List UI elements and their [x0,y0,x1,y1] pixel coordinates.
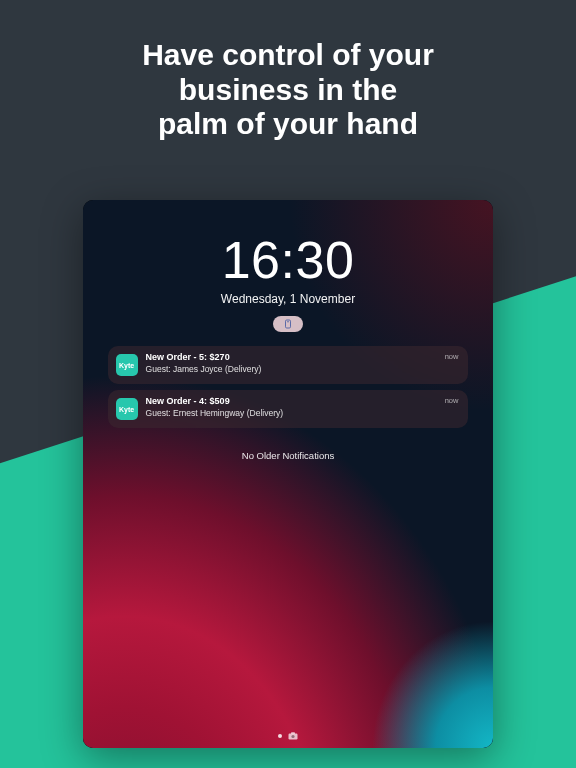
device-frame: 16:30 Wednesday, 1 November Kyte New Ord… [83,200,493,748]
notification-stack: Kyte New Order - 5: $270 Guest: James Jo… [108,346,469,428]
app-icon: Kyte [116,398,138,420]
page-dot-icon [278,734,282,738]
marketing-headline: Have control of your business in the pal… [0,38,576,142]
notification-subtitle: Guest: James Joyce (Delivery) [146,364,461,375]
svg-rect-1 [287,321,289,322]
lock-screen[interactable]: 16:30 Wednesday, 1 November Kyte New Ord… [83,200,493,748]
app-icon: Kyte [116,354,138,376]
focus-icon [284,319,292,329]
notification-time: now [445,352,459,361]
svg-rect-3 [291,732,295,734]
headline-line: palm of your hand [0,107,576,142]
no-older-label: No Older Notifications [242,450,334,461]
headline-line: business in the [0,73,576,108]
clock-date: Wednesday, 1 November [221,292,355,306]
focus-pill[interactable] [273,316,303,332]
notification-title: New Order - 5: $270 [146,352,461,364]
clock-time: 16:30 [222,230,355,290]
headline-line: Have control of your [0,38,576,73]
notification-body: New Order - 5: $270 Guest: James Joyce (… [146,352,461,375]
page-dots[interactable] [83,732,493,740]
camera-icon [288,732,298,740]
notification-card[interactable]: Kyte New Order - 4: $509 Guest: Ernest H… [108,390,469,428]
svg-point-4 [291,735,294,738]
promo-stage: Have control of your business in the pal… [0,0,576,768]
notification-card[interactable]: Kyte New Order - 5: $270 Guest: James Jo… [108,346,469,384]
notification-time: now [445,396,459,405]
notification-body: New Order - 4: $509 Guest: Ernest Heming… [146,396,461,419]
notification-title: New Order - 4: $509 [146,396,461,408]
notification-subtitle: Guest: Ernest Hemingway (Delivery) [146,408,461,419]
